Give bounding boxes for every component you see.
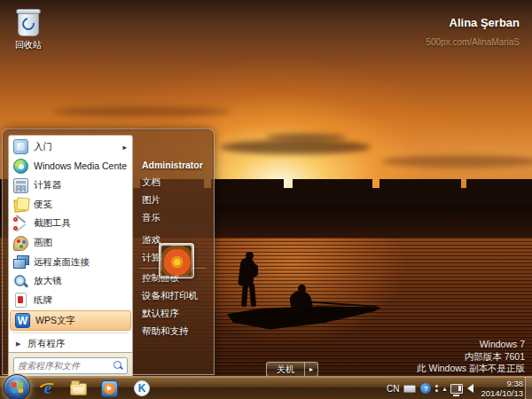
menu-item-label: Windows Media Center [34, 160, 127, 171]
start-menu-item-pictures[interactable]: 图片 [133, 192, 211, 209]
search-icon[interactable] [113, 361, 123, 371]
menu-separator [12, 332, 129, 333]
recycle-bin-icon [15, 5, 42, 37]
media-player-taskbar-button[interactable] [100, 379, 118, 397]
help-tray-icon[interactable]: ? [420, 383, 431, 394]
all-programs-arrow-icon: ▶ [16, 340, 20, 348]
start-menu-item-calculator[interactable]: 计算器 [9, 176, 132, 195]
magnifier-icon [13, 274, 28, 289]
photographer-url: 500px.com/AlinaMariaS [426, 37, 520, 47]
all-programs-button[interactable]: ▶ 所有程序 [9, 335, 132, 352]
standing-fisherman-silhouette [251, 264, 258, 277]
start-menu-program-list: 入门 ▸ Windows Media Center 计算器 便笺 截图工具 画图… [8, 135, 133, 353]
wps-writer-icon: W [15, 313, 30, 328]
internet-explorer-taskbar-button[interactable]: e [39, 379, 57, 397]
menu-item-label: 纸牌 [34, 294, 127, 307]
calculator-icon [13, 178, 28, 193]
start-menu-item-snipping-tool[interactable]: 截图工具 [9, 215, 132, 234]
media-center-icon [13, 159, 28, 174]
recycle-bin-label: 回收站 [5, 39, 51, 51]
menu-item-label: 入门 [34, 141, 122, 153]
tray-small-icons[interactable] [435, 385, 438, 392]
folder-icon [70, 383, 87, 395]
shutdown-area: 关机 ▸ [266, 362, 318, 377]
taskbar-clock[interactable]: 9:38 2014/10/13 [481, 379, 523, 398]
start-menu: 入门 ▸ Windows Media Center 计算器 便笺 截图工具 画图… [2, 129, 215, 375]
solitaire-icon [13, 293, 28, 308]
start-menu-search-area [8, 353, 133, 379]
start-menu-item-magnifier[interactable]: 放大镜 [9, 271, 132, 291]
remote-desktop-icon [13, 254, 28, 270]
shutdown-button[interactable]: 关机 [266, 362, 305, 377]
watermark-line: Windows 7 [417, 339, 525, 351]
start-menu-user-name[interactable]: Administrator [133, 156, 211, 174]
all-programs-label: 所有程序 [27, 338, 65, 350]
shutdown-options-arrow[interactable]: ▸ [305, 362, 318, 377]
menu-item-label: 便笺 [34, 199, 127, 211]
start-menu-item-solitaire[interactable]: 纸牌 [9, 291, 132, 310]
search-box[interactable] [13, 357, 128, 374]
start-button[interactable] [4, 374, 30, 399]
start-menu-item-documents[interactable]: 文档 [133, 174, 211, 192]
cloud [220, 140, 371, 154]
recycle-bin-desktop-icon[interactable]: 回收站 [5, 5, 51, 51]
watermark-line: 内部版本 7601 [417, 351, 525, 364]
start-menu-search-input[interactable] [18, 361, 113, 371]
start-menu-item-sticky-notes[interactable]: 便笺 [9, 195, 132, 215]
ie-swoosh [37, 381, 58, 396]
start-menu-item-devices-printers[interactable]: 设备和打印机 [133, 287, 211, 305]
show-desktop-button[interactable] [525, 377, 532, 399]
windows-flag-icon [11, 382, 23, 394]
system-tray: CN ? ▴ 9:38 2014/10/13 [387, 377, 523, 399]
taskbar: e K CN ? ▴ 9:38 2014/10/13 [0, 376, 532, 399]
clock-date: 2014/10/13 [481, 388, 523, 398]
sticky-notes-icon [13, 197, 28, 212]
menu-item-label: 放大镜 [34, 275, 127, 287]
wallpaper-credit: Alina Şerban 500px.com/AlinaMariaS [426, 16, 520, 47]
cloud [53, 106, 231, 117]
cloud [266, 133, 346, 142]
start-menu-item-help-support[interactable]: 帮助和支持 [133, 323, 211, 340]
start-menu-item-getting-started[interactable]: 入门 ▸ [9, 137, 132, 157]
volume-icon[interactable] [467, 384, 473, 393]
photographer-name: Alina Şerban [426, 16, 520, 29]
start-menu-item-remote-desktop[interactable]: 远程桌面连接 [9, 253, 132, 272]
clock-time: 9:38 [481, 379, 523, 388]
start-menu-item-paint[interactable]: 画图 [9, 233, 132, 253]
start-menu-item-windows-media-center[interactable]: Windows Media Center [9, 157, 132, 176]
windows-genuine-watermark: Windows 7 内部版本 7601 此 Windows 副本不是正版 [417, 339, 525, 375]
keyboard-icon[interactable] [403, 385, 416, 393]
start-menu-item-wps-writer[interactable]: W WPS文字 [10, 310, 131, 332]
start-menu-item-music[interactable]: 音乐 [133, 209, 211, 227]
user-avatar[interactable] [159, 243, 194, 278]
windows-explorer-taskbar-button[interactable] [69, 379, 87, 397]
getting-started-icon [13, 139, 28, 154]
watermark-line: 此 Windows 副本不是正版 [417, 363, 525, 375]
kingsoft-taskbar-button[interactable]: K [133, 379, 151, 397]
menu-item-label: 远程桌面连接 [34, 256, 127, 269]
submenu-arrow-icon: ▸ [122, 143, 127, 152]
menu-item-label: 截图工具 [34, 217, 127, 230]
start-menu-item-default-programs[interactable]: 默认程序 [133, 305, 211, 323]
menu-item-label: 计算器 [34, 179, 127, 192]
menu-item-label: 画图 [34, 237, 127, 249]
cloud [381, 155, 532, 168]
snipping-tool-icon [13, 216, 28, 231]
media-player-icon [101, 380, 118, 397]
avatar-flower-image [161, 246, 192, 276]
language-indicator[interactable]: CN [387, 384, 399, 394]
kingsoft-icon: K [134, 380, 150, 396]
paint-icon [13, 236, 28, 251]
tray-expand-arrow-icon[interactable]: ▴ [442, 385, 446, 393]
menu-item-label: WPS文字 [35, 315, 125, 327]
